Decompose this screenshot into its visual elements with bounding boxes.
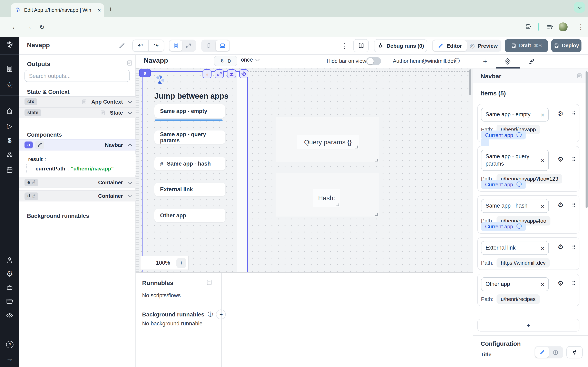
- nav-item-query-params[interactable]: Same app - query params: [154, 131, 225, 144]
- clear-icon[interactable]: ×: [541, 157, 544, 164]
- move-handle[interactable]: [239, 69, 248, 78]
- sidebar-item-resources[interactable]: [0, 150, 19, 160]
- selection-left-edge[interactable]: [142, 71, 143, 272]
- panel-scrollbar[interactable]: [586, 71, 588, 208]
- debug-runs-button[interactable]: Debug runs (0): [374, 39, 427, 52]
- rename-pencil-icon[interactable]: [35, 141, 44, 149]
- sidebar-item-workers[interactable]: [0, 283, 19, 292]
- component-row-container-e[interactable]: e☝ Container: [19, 177, 136, 188]
- new-tab-icon[interactable]: +: [109, 5, 113, 13]
- container-query-params[interactable]: Query params {}: [276, 117, 379, 162]
- item-settings-gear-icon[interactable]: ⚙: [556, 243, 565, 251]
- output-row-ctx[interactable]: ctx App Context: [19, 96, 136, 107]
- docs-button[interactable]: [353, 39, 369, 52]
- output-row-state[interactable]: state State: [19, 107, 136, 118]
- drag-handle-icon[interactable]: [571, 110, 577, 117]
- resize-corner[interactable]: [375, 159, 378, 161]
- sidebar-item-schedules[interactable]: [0, 165, 19, 175]
- info-icon[interactable]: ⓘ: [516, 131, 522, 139]
- item-label-input[interactable]: Other app ×: [481, 277, 549, 291]
- selection-right-edge[interactable]: [247, 71, 248, 272]
- drag-handle-icon[interactable]: [571, 156, 577, 162]
- windmill-logo[interactable]: [0, 40, 19, 50]
- item-path-value[interactable]: https://windmill.dev: [497, 258, 550, 267]
- resize-corner[interactable]: [337, 203, 339, 206]
- container-hash[interactable]: Hash:: [276, 173, 379, 217]
- static-value-pencil-icon[interactable]: [535, 347, 549, 358]
- info-icon[interactable]: ⓘ: [208, 311, 213, 318]
- browser-menu-icon[interactable]: ⋮: [577, 23, 584, 31]
- expand-down-handle[interactable]: [203, 69, 212, 78]
- clear-icon[interactable]: ×: [541, 244, 544, 251]
- item-settings-gear-icon[interactable]: ⚙: [556, 110, 565, 117]
- chevron-down-icon[interactable]: [128, 180, 132, 184]
- collapse-panel-icon[interactable]: [576, 73, 583, 79]
- forward-icon[interactable]: →: [25, 23, 32, 31]
- collapse-panel-icon[interactable]: [126, 59, 133, 67]
- draft-button[interactable]: Draft ⌘S: [505, 39, 548, 52]
- chevron-up-icon[interactable]: [128, 144, 132, 148]
- item-settings-gear-icon[interactable]: ⚙: [556, 279, 565, 287]
- sidebar-item-runs[interactable]: ▷: [0, 121, 19, 131]
- tab-insert-component[interactable]: +: [480, 57, 490, 67]
- item-label-input[interactable]: Same app - hash ×: [481, 199, 549, 213]
- deploy-button[interactable]: Deploy: [551, 39, 581, 52]
- info-icon[interactable]: ⓘ: [454, 58, 460, 65]
- sidebar-item-audit-logs[interactable]: [0, 310, 19, 320]
- component-id-tab[interactable]: a: [139, 69, 151, 77]
- nav-item-other-app[interactable]: Other app: [154, 209, 225, 222]
- canvas-scrollbar[interactable]: [469, 69, 471, 95]
- tab-search-button[interactable]: [574, 2, 585, 13]
- tab-preview[interactable]: ◎ Preview: [467, 40, 501, 51]
- back-icon[interactable]: ←: [11, 23, 19, 31]
- refresh-mode-dropdown[interactable]: once: [241, 57, 259, 63]
- tab-component-settings[interactable]: [503, 57, 512, 67]
- sidebar-item-variables[interactable]: $: [0, 135, 19, 145]
- media-controls-icon[interactable]: [546, 23, 554, 31]
- sidebar-item-favorites[interactable]: ☆: [0, 80, 19, 90]
- more-options-kebab-icon[interactable]: ⋮: [341, 42, 348, 50]
- sidebar-item-users[interactable]: [0, 255, 19, 265]
- zoom-in-button[interactable]: +: [176, 258, 186, 268]
- sidebar-item-settings[interactable]: ⚙: [0, 269, 19, 278]
- clear-icon[interactable]: ×: [541, 111, 544, 118]
- refresh-count-button[interactable]: ↻ 0: [214, 56, 237, 66]
- chevron-down-icon[interactable]: [128, 193, 132, 197]
- item-settings-gear-icon[interactable]: ⚙: [556, 201, 565, 209]
- anchor-handle[interactable]: ⚓: [227, 69, 236, 78]
- search-outputs-input[interactable]: [25, 70, 130, 82]
- nav-item-same-app-empty[interactable]: Same app - empty: [154, 104, 225, 118]
- browser-tab[interactable]: Edit App u/henri/navapp | Win ×: [11, 3, 104, 17]
- sidebar-item-folders[interactable]: [0, 296, 19, 306]
- drag-handle-icon[interactable]: [571, 243, 577, 250]
- info-icon[interactable]: ⓘ: [516, 223, 522, 230]
- canvas-body[interactable]: a ⚓ Jump between apps Same app - empty S…: [136, 68, 473, 272]
- sidebar-item-home[interactable]: [0, 106, 19, 116]
- reload-icon[interactable]: ↻: [39, 23, 45, 31]
- item-settings-gear-icon[interactable]: ⚙: [556, 155, 565, 163]
- sidebar-collapse-icon[interactable]: →: [0, 354, 19, 363]
- sidebar-item-help[interactable]: ?: [0, 340, 19, 350]
- component-row-navbar[interactable]: a Navbar: [19, 140, 136, 150]
- mobile-icon[interactable]: [202, 40, 216, 51]
- drag-handle-icon[interactable]: [571, 280, 577, 286]
- hide-bar-toggle[interactable]: [366, 57, 381, 65]
- clear-icon[interactable]: ×: [541, 202, 544, 209]
- tab-styling[interactable]: [526, 57, 536, 67]
- collapse-panel-icon[interactable]: [206, 279, 213, 286]
- component-row-container-d[interactable]: d☝ Container: [19, 191, 136, 201]
- nav-item-external-link[interactable]: External link: [154, 183, 225, 196]
- chevron-down-icon[interactable]: [128, 99, 132, 103]
- sidebar-item-workspace[interactable]: [0, 64, 19, 73]
- profile-avatar[interactable]: [559, 22, 568, 31]
- drag-handle-icon[interactable]: [571, 201, 577, 208]
- expression-mode-icon[interactable]: [549, 347, 562, 358]
- expand-fullscreen-handle[interactable]: [215, 69, 224, 78]
- resize-corner[interactable]: [375, 213, 378, 216]
- resize-corner[interactable]: [355, 146, 358, 149]
- add-background-runnable-button[interactable]: +: [216, 309, 226, 319]
- centered-layout-icon[interactable]: [169, 40, 182, 51]
- edit-title-pencil-icon[interactable]: [118, 42, 125, 49]
- zoom-out-button[interactable]: −: [146, 259, 150, 267]
- nav-item-hash[interactable]: #Same app - hash: [154, 157, 225, 170]
